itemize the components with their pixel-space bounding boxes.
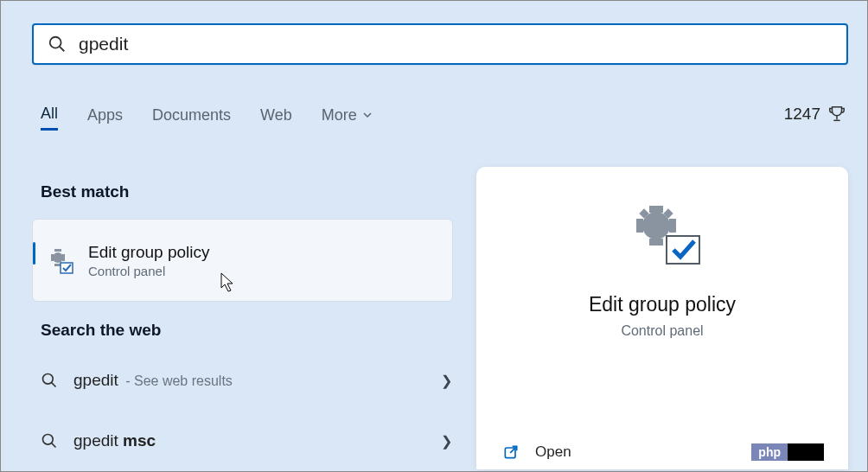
trophy-icon xyxy=(827,105,846,124)
svg-point-2 xyxy=(50,37,61,48)
gpedit-large-icon xyxy=(623,198,701,267)
svg-point-14 xyxy=(43,435,54,445)
tab-more[interactable]: More xyxy=(322,106,373,130)
result-title: Edit group policy xyxy=(88,243,209,262)
tab-apps[interactable]: Apps xyxy=(87,106,123,130)
watermark-badge: php xyxy=(751,443,824,461)
preview-title: Edit group policy xyxy=(589,293,736,316)
svg-line-13 xyxy=(52,383,56,387)
svg-rect-18 xyxy=(669,219,676,233)
search-input[interactable] xyxy=(79,34,833,54)
open-label: Open xyxy=(535,443,571,461)
svg-rect-17 xyxy=(636,219,643,233)
rewards-points[interactable]: 1247 xyxy=(784,105,846,124)
search-icon xyxy=(48,35,67,54)
svg-rect-23 xyxy=(667,236,699,264)
svg-rect-7 xyxy=(51,254,54,261)
svg-rect-11 xyxy=(61,263,73,273)
rewards-count: 1247 xyxy=(784,105,820,124)
web-result-gpedit[interactable]: gpedit - See web results ❯ xyxy=(41,371,452,390)
search-web-heading: Search the web xyxy=(41,321,161,340)
web-result-text: gpedit - See web results xyxy=(73,371,233,390)
chevron-right-icon: ❯ xyxy=(441,433,452,450)
search-bar[interactable] xyxy=(32,23,848,65)
svg-point-6 xyxy=(53,252,63,263)
tab-web[interactable]: Web xyxy=(260,106,292,130)
preview-subtitle: Control panel xyxy=(621,323,703,339)
filter-tabs: All Apps Documents Web More xyxy=(41,105,373,131)
open-external-icon xyxy=(502,443,520,461)
best-match-result[interactable]: Edit group policy Control panel xyxy=(32,219,453,302)
tab-documents[interactable]: Documents xyxy=(152,106,231,130)
svg-line-15 xyxy=(52,443,56,448)
search-icon xyxy=(41,372,58,389)
web-result-gpedit-msc[interactable]: gpedit msc ❯ xyxy=(41,431,452,450)
search-icon xyxy=(41,432,58,450)
open-action[interactable]: Open xyxy=(502,443,571,461)
result-subtitle: Control panel xyxy=(88,264,209,278)
svg-rect-19 xyxy=(649,206,663,213)
svg-rect-20 xyxy=(649,239,663,246)
best-match-heading: Best match xyxy=(41,182,129,201)
tab-all[interactable]: All xyxy=(41,105,58,131)
web-result-text: gpedit msc xyxy=(73,431,156,450)
gpedit-icon xyxy=(45,246,74,275)
svg-line-3 xyxy=(60,47,64,51)
chevron-right-icon: ❯ xyxy=(441,373,452,389)
mouse-cursor-icon xyxy=(220,272,236,293)
svg-rect-8 xyxy=(62,254,65,261)
preview-panel: Edit group policy Control panel Open php xyxy=(476,167,848,469)
chevron-down-icon xyxy=(362,110,373,120)
svg-rect-9 xyxy=(54,249,61,252)
svg-point-12 xyxy=(43,374,54,385)
